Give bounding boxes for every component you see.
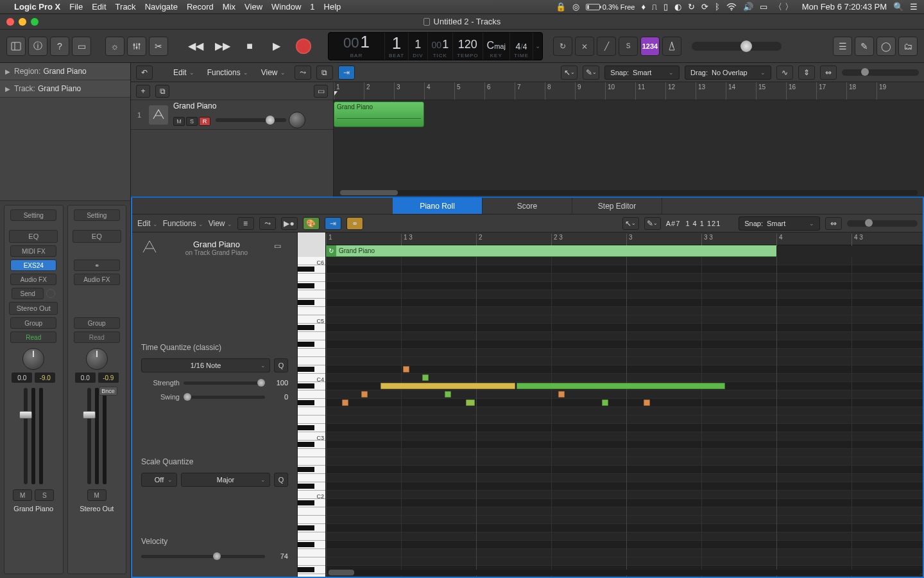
play-button[interactable]: ▶ bbox=[266, 37, 287, 56]
browser-button[interactable]: 🗂 bbox=[898, 37, 918, 56]
ruler-tick[interactable]: 2 3 bbox=[551, 234, 563, 246]
midi-note[interactable] bbox=[517, 383, 725, 389]
menu-extra-icon[interactable]: ▭ bbox=[760, 2, 767, 12]
duplicate-track-button[interactable]: ⧉ bbox=[155, 85, 169, 98]
ruler-tick[interactable]: 19 bbox=[877, 82, 886, 100]
ruler-tick[interactable]: 4 bbox=[424, 82, 431, 100]
flex-button[interactable]: ⧉ bbox=[316, 66, 333, 80]
battery-status[interactable]: 0.3% Free bbox=[586, 3, 635, 11]
lcd-tempo[interactable]: 120 bbox=[458, 38, 477, 51]
send-slot[interactable]: Send bbox=[12, 288, 44, 299]
ruler-tick[interactable]: 3 3 bbox=[701, 234, 713, 246]
peak-readout[interactable]: -0.9 bbox=[98, 372, 119, 383]
back-button[interactable]: ↶ bbox=[136, 66, 153, 80]
menu-navigate[interactable]: Navigate bbox=[145, 2, 178, 12]
drag-menu[interactable]: Drag: No Overlap⌄ bbox=[685, 66, 771, 80]
track-mute-button[interactable]: M bbox=[173, 117, 185, 126]
bounce-button[interactable]: Bnce bbox=[99, 387, 117, 396]
stop-button[interactable]: ■ bbox=[239, 37, 261, 56]
loop-browser-button[interactable]: ◯ bbox=[877, 37, 896, 56]
inspector-track-row[interactable]: ▶ Track: Grand Piano bbox=[0, 80, 130, 98]
ruler-tick[interactable]: 11 bbox=[635, 82, 645, 100]
midi-note[interactable] bbox=[602, 399, 608, 406]
midi-note[interactable] bbox=[342, 399, 348, 406]
mute-button[interactable]: M bbox=[87, 489, 107, 501]
ruler-tick[interactable]: 17 bbox=[816, 82, 826, 100]
ruler-tick[interactable]: 1 bbox=[334, 82, 340, 100]
vertical-zoom-button[interactable]: ⇕ bbox=[798, 66, 815, 80]
pan-readout[interactable]: 0.0 bbox=[12, 372, 32, 383]
zoom-slider[interactable] bbox=[842, 69, 919, 76]
automation-button[interactable]: ⤳ bbox=[295, 66, 311, 80]
track-name[interactable]: Grand Piano bbox=[173, 101, 305, 110]
rewind-button[interactable]: ◀◀ bbox=[185, 37, 207, 56]
inspector-region-row[interactable]: ▶ Region: Grand Piano bbox=[0, 63, 130, 80]
toolbar-button[interactable]: ▭ bbox=[72, 37, 91, 56]
peak-readout[interactable]: -9.0 bbox=[35, 372, 55, 383]
menu-view[interactable]: View bbox=[244, 2, 262, 12]
arrange-grid[interactable]: 12345678910111213141516171819 Grand Pian… bbox=[334, 82, 924, 197]
waveform-zoom-button[interactable]: ∿ bbox=[776, 66, 793, 80]
midi-note[interactable] bbox=[558, 391, 565, 398]
output-slot[interactable]: Stereo Out bbox=[9, 302, 58, 315]
velocity-value[interactable]: 74 bbox=[269, 552, 288, 560]
automation-mode-slot[interactable]: Read bbox=[10, 331, 56, 343]
master-volume-slider[interactable] bbox=[692, 42, 782, 51]
horizontal-zoom-button[interactable]: ⇔ bbox=[820, 66, 837, 80]
forward-button[interactable]: ▶▶ bbox=[212, 37, 234, 56]
midifx-slot[interactable]: MIDI FX bbox=[10, 245, 56, 257]
menu-file[interactable]: File bbox=[69, 2, 83, 12]
app-name[interactable]: Logic Pro X bbox=[14, 2, 60, 12]
library-button[interactable] bbox=[6, 37, 26, 56]
quantize-button[interactable]: Q bbox=[274, 358, 288, 372]
catch-playhead-button[interactable]: ⇥ bbox=[325, 217, 341, 230]
disclosure-triangle-icon[interactable]: ▶ bbox=[5, 85, 10, 92]
menu-extra-icon[interactable]: ⎍ bbox=[652, 2, 657, 12]
horizontal-scrollbar[interactable] bbox=[340, 190, 918, 195]
track-header[interactable]: 1 Grand Piano M S R bbox=[131, 100, 333, 130]
help-button[interactable]: ? bbox=[50, 37, 69, 56]
bluetooth-icon[interactable]: ᛒ bbox=[715, 2, 720, 12]
disclosure-triangle-icon[interactable]: ▶ bbox=[5, 68, 10, 75]
link-slot[interactable]: ⚭ bbox=[74, 259, 120, 271]
window-zoom-button[interactable] bbox=[31, 18, 38, 26]
edit-menu[interactable]: Edit⌄ bbox=[169, 67, 198, 78]
pointer-tool[interactable]: ↖⌄ bbox=[622, 217, 639, 230]
ruler-tick[interactable]: 18 bbox=[846, 82, 856, 100]
pencil-tool[interactable]: ✎⌄ bbox=[583, 66, 599, 80]
track-record-button[interactable]: R bbox=[199, 117, 210, 126]
solo-mode-button[interactable]: S bbox=[619, 37, 638, 56]
audiofx-slot[interactable]: Audio FX bbox=[10, 274, 56, 285]
menu-extra-icon[interactable]: ◎ bbox=[572, 2, 579, 12]
group-slot[interactable]: Group bbox=[10, 317, 56, 329]
ruler-tick[interactable]: 2 bbox=[364, 82, 370, 100]
region-loop-icon[interactable]: ↻ bbox=[326, 245, 336, 256]
swing-value[interactable]: 0 bbox=[269, 393, 288, 401]
editor-tab-score[interactable]: Score bbox=[483, 198, 572, 214]
midi-note[interactable] bbox=[445, 391, 451, 398]
catch-content-button[interactable]: ▭ bbox=[274, 241, 288, 254]
piano-roll-scrollbar[interactable] bbox=[329, 570, 920, 575]
automation-mode-slot[interactable]: Read bbox=[74, 331, 120, 343]
ruler-tick[interactable]: 10 bbox=[605, 82, 615, 100]
ruler-tick[interactable]: 13 bbox=[696, 82, 705, 100]
add-track-button[interactable]: + bbox=[136, 85, 150, 98]
spotlight-icon[interactable]: 🔍 bbox=[893, 2, 903, 12]
editors-button[interactable]: ✂ bbox=[149, 37, 168, 56]
eq-slot[interactable]: EQ bbox=[9, 230, 58, 243]
midi-note[interactable] bbox=[422, 374, 429, 381]
track-pan-knob[interactable] bbox=[289, 112, 305, 128]
piano-roll-ruler[interactable]: 11 322 333 344 3 bbox=[326, 232, 923, 245]
scale-root-menu[interactable]: Off⌄ bbox=[141, 473, 177, 487]
midi-note[interactable] bbox=[381, 383, 515, 389]
editor-tab-step-editor[interactable]: Step Editor bbox=[572, 198, 662, 214]
menu-window[interactable]: Window bbox=[271, 2, 301, 12]
ruler-tick[interactable]: 2 bbox=[476, 234, 483, 246]
menu-record[interactable]: Record bbox=[187, 2, 214, 12]
velocity-slider[interactable] bbox=[141, 555, 265, 558]
midi-out-button[interactable]: 🎨 bbox=[303, 217, 320, 230]
piano-roll-grid[interactable]: 11 322 333 344 3 ↻ Grand Piano bbox=[326, 232, 923, 577]
menu-edit[interactable]: Edit bbox=[92, 2, 106, 12]
pencil-tool[interactable]: ✎⌄ bbox=[644, 217, 661, 230]
lcd-div[interactable]: 1 bbox=[415, 38, 421, 51]
